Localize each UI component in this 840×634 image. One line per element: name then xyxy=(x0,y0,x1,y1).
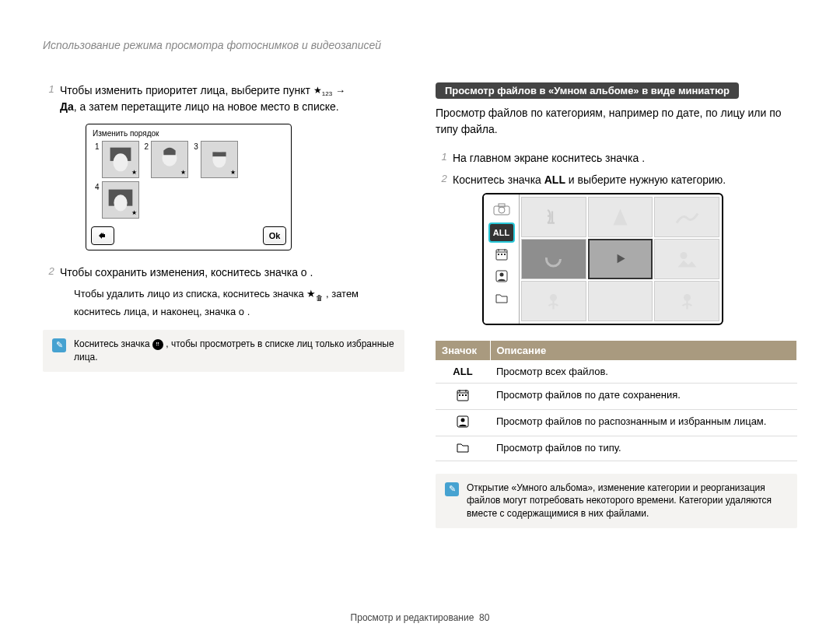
table-head-desc: Описание xyxy=(490,341,797,360)
step1-text-a: Чтобы изменить приоритет лица, выберите … xyxy=(60,84,313,96)
all-label: ALL xyxy=(544,173,565,186)
svg-rect-24 xyxy=(465,394,467,396)
folder-icon xyxy=(495,292,508,303)
table-row: Просмотр файлов по типу. xyxy=(436,436,797,461)
step-2: 2 Чтобы сохранить изменения, коснитесь з… xyxy=(43,264,404,280)
ok-token: o xyxy=(301,266,307,278)
table-row: Просмотр файлов по распознанным и избран… xyxy=(436,409,797,436)
svg-point-17 xyxy=(547,252,561,266)
svg-rect-12 xyxy=(498,254,499,255)
subnote-a: Чтобы удалить лицо из списка, коснитесь … xyxy=(74,288,306,299)
star-trash-icon: ★🗑 xyxy=(306,288,323,299)
footer-section: Просмотр и редактирование xyxy=(351,612,474,623)
category-table: Значок Описание ALL Просмотр всех файлов… xyxy=(436,341,797,461)
table-row: ALL Просмотр всех файлов. xyxy=(436,360,797,384)
svg-point-1 xyxy=(113,153,128,171)
step2-text-c: . xyxy=(310,266,313,278)
thumbnail[interactable] xyxy=(654,239,719,279)
face-cell[interactable]: 2 ★ xyxy=(142,141,189,178)
svg-point-18 xyxy=(680,252,687,259)
info-icon: ✎ xyxy=(52,338,66,352)
thumbnail[interactable] xyxy=(588,281,653,321)
table-head-icon: Значок xyxy=(436,341,490,360)
svg-rect-13 xyxy=(501,254,502,255)
desc-cell: Просмотр всех файлов. xyxy=(490,360,797,384)
desc-cell: Просмотр файлов по типу. xyxy=(490,436,797,461)
svg-rect-14 xyxy=(504,254,506,255)
subnote-c: . xyxy=(247,306,250,317)
reorder-panel: Изменить порядок 1 ★ 2 ★ xyxy=(86,124,292,250)
face-thumb[interactable]: ★ xyxy=(102,181,139,219)
right-info-box: ✎ Открытие «Умного альбома», изменение к… xyxy=(436,474,797,528)
thumbnail[interactable] xyxy=(521,239,586,279)
star-icon: ★ xyxy=(180,169,186,176)
info-box: ✎ Коснитесь значка ⠿ , чтобы просмотреть… xyxy=(43,330,404,372)
ok-token: o xyxy=(239,306,244,317)
person-star-icon xyxy=(495,270,508,282)
all-category-button[interactable]: ALL xyxy=(488,222,515,243)
svg-point-16 xyxy=(499,272,503,276)
star-123-icon: ★123 xyxy=(313,84,332,99)
step-number: 2 xyxy=(43,264,60,280)
smart-album-heading: Просмотр файлов в «Умном альбоме» в виде… xyxy=(436,82,739,99)
thumbnail[interactable] xyxy=(521,197,586,237)
step-1: 1 Чтобы изменить приоритет лица, выберит… xyxy=(43,82,404,114)
right-step1-text: На главном экране коснитесь значка . xyxy=(453,150,797,166)
face-thumb[interactable]: ★ xyxy=(201,141,238,178)
thumbnail[interactable] xyxy=(521,281,586,321)
right-step-2: 2 Коснитесь значка ALL и выберите нужную… xyxy=(436,172,797,187)
thumbnail-grid xyxy=(520,194,722,324)
face-thumb[interactable]: ★ xyxy=(102,141,139,178)
people-round-icon: ⠿ xyxy=(152,339,163,350)
star-icon: ★ xyxy=(230,169,236,176)
thumbnail[interactable] xyxy=(654,281,719,321)
camera-screen: ALL xyxy=(482,193,723,325)
date-category-button[interactable] xyxy=(488,244,515,264)
step-number: 1 xyxy=(43,82,60,114)
step-number: 1 xyxy=(436,150,453,166)
face-number: 1 xyxy=(95,142,100,151)
calendar-icon xyxy=(457,389,469,401)
face-number: 3 xyxy=(194,142,198,151)
info-icon: ✎ xyxy=(445,482,459,496)
step1-text-c: , а затем перетащите лицо на новое место… xyxy=(74,100,339,113)
reorder-panel-title: Изменить порядок xyxy=(88,126,289,139)
face-number: 4 xyxy=(95,183,100,191)
arrow-icon: → xyxy=(335,85,345,96)
calendar-icon xyxy=(495,248,508,261)
desc-cell: Просмотр файлов по дате сохранения. xyxy=(490,383,797,409)
face-cell[interactable]: 4 ★ xyxy=(93,181,285,219)
camera-sidebar: ALL xyxy=(484,194,520,324)
face-cell[interactable]: 3 ★ xyxy=(191,141,238,178)
icon-cell xyxy=(436,383,490,409)
type-category-button[interactable] xyxy=(488,288,515,308)
face-number: 2 xyxy=(145,142,149,151)
thumbnail-selected[interactable] xyxy=(588,239,653,279)
face-thumb[interactable]: ★ xyxy=(151,141,188,178)
ok-button[interactable]: Ok xyxy=(263,226,286,245)
svg-point-19 xyxy=(550,294,557,301)
thumbnail[interactable] xyxy=(654,197,719,237)
icon-cell xyxy=(436,436,490,461)
desc-cell: Просмотр файлов по распознанным и избран… xyxy=(490,409,797,436)
right-info-text: Открытие «Умного альбома», изменение кат… xyxy=(467,482,788,520)
svg-point-26 xyxy=(461,418,465,422)
camera-icon xyxy=(493,203,510,215)
left-column: 1 Чтобы изменить приоритет лица, выберит… xyxy=(43,82,404,528)
face-cell[interactable]: 1 ★ xyxy=(93,141,139,178)
table-row: Просмотр файлов по дате сохранения. xyxy=(436,383,797,409)
info-a: Коснитесь значка xyxy=(74,338,152,349)
back-arrow-icon xyxy=(98,231,107,240)
folder-icon xyxy=(457,442,469,453)
thumbnail[interactable] xyxy=(588,197,653,237)
step2-text-a: Чтобы сохранить изменения, коснитесь зна… xyxy=(60,266,301,278)
footer-page: 80 xyxy=(479,612,489,623)
icon-cell: ALL xyxy=(436,360,490,384)
delete-face-note: Чтобы удалить лицо из списка, коснитесь … xyxy=(74,286,404,319)
back-button[interactable] xyxy=(91,226,114,245)
person-star-icon xyxy=(457,415,469,428)
camera-mode-button[interactable] xyxy=(488,198,515,221)
page-header: Использование режима просмотра фотоснимк… xyxy=(43,39,797,51)
face-category-button[interactable] xyxy=(488,266,515,286)
icon-cell xyxy=(436,409,490,436)
